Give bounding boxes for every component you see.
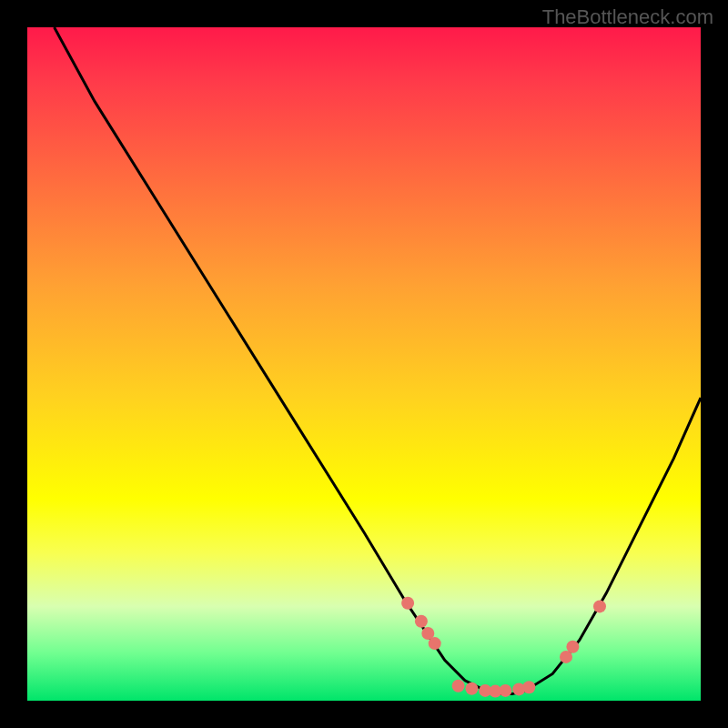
marker-dot [465,682,478,695]
curve-markers [401,597,606,698]
marker-dot [522,681,535,693]
marker-dot [452,680,465,693]
marker-dot [566,641,579,653]
marker-dot [429,637,441,650]
marker-dot [401,597,414,610]
watermark-text: TheBottleneck.com [542,5,713,29]
marker-dot [593,600,606,612]
bottleneck-curve [55,27,701,694]
marker-dot [499,684,511,697]
curve-layer [27,27,701,701]
plot-area [27,27,701,701]
marker-dot [415,615,428,628]
